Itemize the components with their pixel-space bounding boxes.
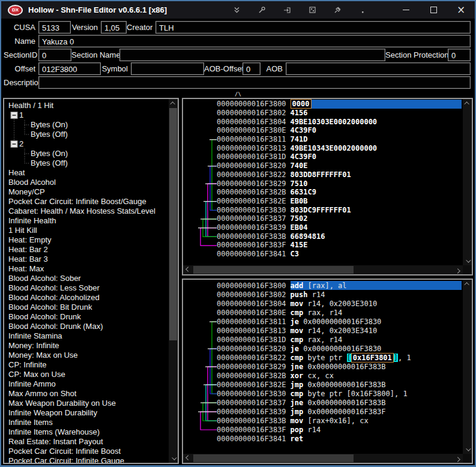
section-name-field[interactable]: [119, 49, 385, 61]
disasm-row[interactable]: 00000000016F3837jne 0x00000000016F383B: [184, 398, 462, 407]
hex-vertical-scrollbar[interactable]: [463, 99, 472, 265]
hex-row[interactable]: 00000000016F382B6631C9: [184, 188, 462, 197]
cusa-field[interactable]: [38, 21, 71, 34]
hex-row[interactable]: 00000000016F3830803DC9FFFFFF01: [184, 205, 462, 214]
tree-subitem[interactable]: 1: [4, 110, 169, 120]
tree-item[interactable]: Heat: [4, 168, 169, 178]
version-field[interactable]: [101, 21, 127, 34]
tree-item[interactable]: Money: Infinite: [4, 341, 169, 351]
hex-row[interactable]: 00000000016F380449BE10303E0002000000: [184, 117, 462, 126]
disasm-row[interactable]: 00000000016F3802push r14: [184, 290, 462, 299]
disasm-row[interactable]: 00000000016F3820je 0x00000000016F3830: [184, 344, 462, 353]
tree-item[interactable]: Infinite Weapon Durability: [4, 408, 169, 418]
disasm-row[interactable]: 00000000016F383Fpop r14: [184, 425, 462, 434]
disasm-row[interactable]: 00000000016F382Bxor cx, cx: [184, 371, 462, 380]
disasm-row[interactable]: 00000000016F3839jmp 0x00000000016F383F: [184, 407, 462, 416]
disasm-row[interactable]: 00000000016F3841ret: [184, 434, 462, 443]
hex-row[interactable]: 00000000016F38297510: [184, 179, 462, 188]
tree-item[interactable]: Health / 1 Hit: [4, 101, 169, 110]
tree-item[interactable]: Infinite Ammo: [4, 379, 169, 389]
tree-item[interactable]: Pocket Car Circuit: Infinite Boost/Gauge: [4, 197, 169, 206]
disasm-horizontal-scrollbar[interactable]: [183, 454, 463, 463]
tree-item[interactable]: Infinite Items (Warehouse): [4, 427, 169, 437]
disasm-row[interactable]: 00000000016F3800add [rax], al: [184, 281, 462, 290]
titlebar[interactable]: DX Hollow - Shn-File Editor v0.6.6.1 [x8…: [1, 1, 475, 19]
tree-scrollbar-thumb[interactable]: [169, 108, 177, 340]
disasm-row[interactable]: 00000000016F382Ejmp 0x00000000016F383B: [184, 380, 462, 389]
tree-item[interactable]: Infinite Health: [4, 216, 169, 226]
disasm-scrollbar-thumb[interactable]: [193, 454, 354, 462]
hex-row[interactable]: 00000000016F3820740E: [184, 161, 462, 170]
disasm-row[interactable]: 00000000016F3829jne 0x00000000016F383B: [184, 362, 462, 371]
hex-row[interactable]: 00000000016F3839EB04: [184, 223, 462, 232]
minimize-button[interactable]: [392, 1, 420, 19]
scroll-up-button[interactable]: [463, 99, 472, 107]
tree-item[interactable]: Max Weapon Durability on Use: [4, 399, 169, 408]
hex-row[interactable]: 00000000016F3811741D: [184, 135, 462, 144]
tree-subitem[interactable]: 2: [4, 139, 169, 149]
tree-item[interactable]: CP: Max on Use: [4, 370, 169, 379]
hex-row[interactable]: 00000000016F38377502: [184, 214, 462, 223]
creator-field[interactable]: [155, 21, 471, 34]
hex-row[interactable]: 00000000016F3841C3: [184, 250, 462, 259]
scroll-right-button[interactable]: [454, 454, 463, 463]
hex-row[interactable]: 00000000016F381D4C39F0: [184, 152, 462, 161]
aob-offset-field[interactable]: [243, 62, 261, 75]
section-protection-field[interactable]: [448, 49, 471, 61]
disasm-row[interactable]: 00000000016F3811je 0x00000000016F3830: [184, 317, 462, 326]
pin-icon[interactable]: [334, 6, 342, 14]
tree-item[interactable]: Infinite Stamina: [4, 331, 169, 341]
tree-item[interactable]: Infinite Items: [4, 418, 169, 427]
hex-row[interactable]: 00000000016F38024156: [184, 109, 462, 118]
scroll-down-button[interactable]: [463, 445, 472, 454]
maximize-button[interactable]: [420, 1, 447, 19]
double-chevron-down-icon[interactable]: [233, 6, 241, 14]
scroll-left-button[interactable]: [183, 454, 191, 463]
scroll-down-button[interactable]: [169, 454, 178, 463]
disasm-row[interactable]: 00000000016F3822cmp byte ptr [0x16F3801]…: [184, 353, 462, 362]
close-button[interactable]: ×: [447, 1, 475, 19]
scroll-left-button[interactable]: [183, 265, 191, 274]
tree-item[interactable]: Blood Alcohol: Drunk (Max): [4, 322, 169, 331]
disasm-row[interactable]: 00000000016F381Dcmp rax, r14: [184, 335, 462, 344]
tree-item[interactable]: Money/CP: [4, 187, 169, 197]
disasm-row[interactable]: 00000000016F3830cmp byte ptr [0x16F3800]…: [184, 389, 462, 398]
hex-row[interactable]: 00000000016F383B66894816: [184, 232, 462, 241]
name-field[interactable]: [38, 35, 471, 47]
scroll-up-button[interactable]: [463, 280, 472, 288]
offset-field[interactable]: [38, 62, 101, 75]
section-id-field[interactable]: [38, 49, 71, 61]
tree-item[interactable]: 1 Hit Kill: [4, 226, 169, 235]
tree-subitem[interactable]: Bytes (On): [4, 149, 169, 158]
hex-row[interactable]: 00000000016F382EEB0B: [184, 197, 462, 206]
hex-row[interactable]: 00000000016F383F415E: [184, 241, 462, 250]
tree-item[interactable]: Blood Alcohol: Less Sober: [4, 283, 169, 293]
tree-item[interactable]: Blood Alcohol: Sober: [4, 274, 169, 283]
tree-item[interactable]: Heat: Max: [4, 264, 169, 274]
tree-item[interactable]: Heat: Bar 3: [4, 255, 169, 264]
tree-item[interactable]: Heat: Empty: [4, 235, 169, 245]
aob-field[interactable]: [286, 62, 471, 75]
pattern-icon[interactable]: [309, 6, 316, 14]
import-icon[interactable]: [283, 6, 291, 14]
tree-subitem[interactable]: Bytes (Off): [4, 158, 169, 168]
disasm-row[interactable]: 00000000016F3804mov r14, 0x2003E3010: [184, 299, 462, 308]
hex-horizontal-scrollbar[interactable]: [183, 265, 463, 274]
tree-item[interactable]: Real Estate: Instant Payout: [4, 437, 169, 447]
tree-item[interactable]: Cabaret: Health / Max Hostess Stats/Leve…: [4, 206, 169, 216]
hex-row[interactable]: 00000000016F380E4C39F0: [184, 126, 462, 135]
hex-scrollbar-thumb[interactable]: [193, 266, 354, 274]
tree-item[interactable]: Blood Alcohol: Bit Drunk: [4, 303, 169, 312]
tree-item[interactable]: CP: Infinite: [4, 360, 169, 370]
tree-item[interactable]: Max Ammo on Shot: [4, 389, 169, 399]
tree-item[interactable]: Heat: Bar 2: [4, 245, 169, 255]
scroll-down-button[interactable]: [463, 257, 472, 265]
description-field[interactable]: [38, 76, 471, 89]
hex-row[interactable]: 00000000016F381349BE10343E0002000000: [184, 143, 462, 152]
hex-row[interactable]: 00000000016F3822803DD8FFFFFF01: [184, 170, 462, 179]
disasm-row[interactable]: 00000000016F383Bmov [rax+0x16], cx: [184, 416, 462, 425]
tree-item[interactable]: Pocket Car Circuit: Infinite Boost: [4, 447, 169, 456]
disasm-row[interactable]: 00000000016F380Ecmp rax, r14: [184, 308, 462, 317]
hex-row[interactable]: 00000000016F38000000: [184, 100, 462, 109]
tree-item[interactable]: Money: Max on Use: [4, 351, 169, 360]
